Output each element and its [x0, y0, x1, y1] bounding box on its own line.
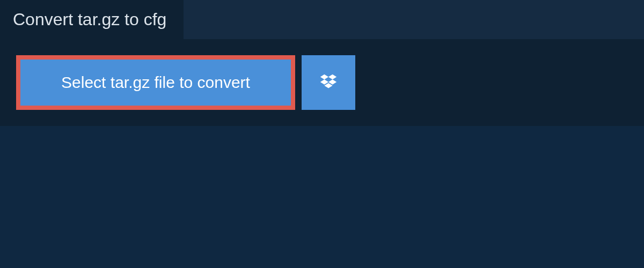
dropbox-icon	[318, 72, 339, 93]
button-row: Select tar.gz file to convert	[16, 55, 628, 110]
select-file-button[interactable]: Select tar.gz file to convert	[16, 55, 295, 110]
upload-area: Select tar.gz file to convert	[0, 39, 644, 126]
converter-panel: Convert tar.gz to cfg Select tar.gz file…	[0, 0, 644, 126]
dropbox-button[interactable]	[302, 55, 355, 110]
select-file-label: Select tar.gz file to convert	[61, 73, 250, 92]
tab-convert[interactable]: Convert tar.gz to cfg	[0, 0, 184, 39]
tab-title: Convert tar.gz to cfg	[13, 10, 166, 29]
